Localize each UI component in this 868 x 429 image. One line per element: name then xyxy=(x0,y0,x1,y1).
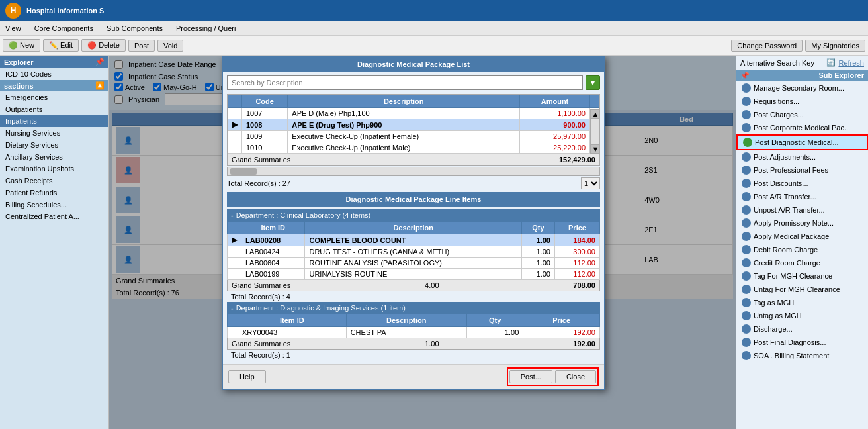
toolbar-edit-btn[interactable]: ✏️ Edit xyxy=(43,39,79,52)
dept2-grand-qty: 1.00 xyxy=(425,340,439,348)
right-item-adjustments[interactable]: Post Adjustments... xyxy=(736,150,868,164)
right-item-debit-room[interactable]: Debit Room Charge xyxy=(736,243,868,256)
sidebar-section-actions[interactable]: sactions 🔼 xyxy=(0,80,108,91)
item-price: 112.00 xyxy=(555,258,600,269)
sidebar-item-nursing[interactable]: Nursing Services xyxy=(0,127,108,139)
item-price: 112.00 xyxy=(555,269,600,280)
hscroll-bar[interactable] xyxy=(227,167,600,176)
right-item-corporate[interactable]: Post Corporate Medical Pac... xyxy=(736,121,868,134)
right-item-diagnostic[interactable]: Post Diagnostic Medical... xyxy=(736,134,868,150)
dept2-grand-label: Grand Summaries xyxy=(232,340,290,348)
sidebar-item-icd[interactable]: ICD-10 Codes xyxy=(0,68,108,80)
package-row[interactable]: ▶ 1008 APE E (Drug Test) Php900 900.00 xyxy=(228,119,599,131)
right-item-tag-mgh[interactable]: Tag For MGH Clearance xyxy=(736,269,868,283)
right-item-soa[interactable]: SOA . Billing Statement xyxy=(736,349,868,362)
vscroll-up[interactable]: ▲ xyxy=(591,109,600,119)
sidebar-item-emergencies[interactable]: Emergencies xyxy=(0,91,108,103)
package-row[interactable]: 1010 Executive Check-Up (Inpatient Male)… xyxy=(228,142,599,154)
dialog-btn-row: Help Post... Close xyxy=(223,364,604,389)
right-item-post-charges[interactable]: Post Charges... xyxy=(736,108,868,121)
search-button[interactable]: ▼ xyxy=(586,75,600,90)
collapse-dept1-btn[interactable]: - xyxy=(231,211,234,219)
package-row[interactable]: 1009 Executive Check-Up (Inpatient Femal… xyxy=(228,131,599,142)
sidebar-item-billing[interactable]: Billing Schedules... xyxy=(0,199,108,211)
item-id: XRY00043 xyxy=(238,327,347,338)
dept1-row[interactable]: LAB00199 URINALYSIS-ROUTINE 1.00 112.00 xyxy=(228,269,600,280)
right-item-discharge[interactable]: Discharge... xyxy=(736,322,868,336)
package-row[interactable]: 1007 APE D (Male) Php1,100 1,100.00 xyxy=(228,108,599,119)
right-item-label: Discharge... xyxy=(754,325,793,333)
search-input[interactable] xyxy=(227,75,583,90)
grand-summaries-row: Grand Summaries 152,429.00 xyxy=(227,154,600,166)
menu-processing[interactable]: Processing / Queri xyxy=(173,23,238,34)
right-item-label: Post Diagnostic Medical... xyxy=(755,138,839,146)
collapse-dept2-btn[interactable]: - xyxy=(231,304,234,312)
menu-sub[interactable]: Sub Components xyxy=(104,23,165,34)
sidebar-item-patient-refunds[interactable]: Patient Refunds xyxy=(0,187,108,199)
right-item-icon xyxy=(742,218,751,228)
menu-core[interactable]: Core Components xyxy=(32,23,96,34)
sidebar-item-examination[interactable]: Examination Upshots... xyxy=(0,163,108,175)
toolbar-signatories-btn[interactable]: My Signatories xyxy=(805,40,865,52)
sidebar-item-ancillary[interactable]: Ancillary Services xyxy=(0,151,108,163)
grand-label: Grand Summaries xyxy=(232,156,290,164)
right-item-label: Debit Room Charge xyxy=(754,246,818,254)
item-desc: CHEST PA xyxy=(346,327,466,338)
package-code: 1010 xyxy=(242,142,288,154)
right-item-tag-as-mgh[interactable]: Tag as MGH xyxy=(736,296,868,309)
toolbar-change-password-btn[interactable]: Change Password xyxy=(731,40,803,52)
col-desc: Description xyxy=(346,314,466,327)
right-item-unpost-ar[interactable]: Unpost A/R Transfer... xyxy=(736,203,868,216)
sidebar-item-dietary[interactable]: Dietary Services xyxy=(0,139,108,151)
close-button[interactable]: Close xyxy=(555,370,596,383)
right-item-label: SOA . Billing Statement xyxy=(754,352,829,359)
col-arrow xyxy=(228,314,238,327)
right-item-requisitions[interactable]: Requisitions... xyxy=(736,95,868,108)
page-select[interactable]: 1 xyxy=(581,177,600,189)
package-list-wrapper: Code Description Amount 10 xyxy=(227,94,600,154)
vscroll-bar[interactable]: ▲ ▼ xyxy=(590,109,599,154)
right-item-untag-mgh[interactable]: Untag For MGH Clearance xyxy=(736,283,868,296)
toolbar-delete-btn[interactable]: 🔴 Delete xyxy=(81,39,126,52)
right-item-manage-secondary[interactable]: Manage Secondary Room... xyxy=(736,81,868,95)
dept2-row[interactable]: XRY00043 CHEST PA 1.00 192.00 xyxy=(228,327,600,338)
vscroll-down[interactable]: ▼ xyxy=(591,144,600,154)
sidebar-item-inpatients[interactable]: Inpatients xyxy=(0,115,108,127)
toolbar-post-btn[interactable]: Post xyxy=(128,40,155,52)
dept1-grand-price: 708.00 xyxy=(573,281,595,289)
help-button[interactable]: Help xyxy=(228,370,266,383)
right-item-icon xyxy=(742,232,751,241)
item-qty: 1.00 xyxy=(521,269,554,280)
refresh-label[interactable]: Refresh xyxy=(838,59,864,67)
right-item-icon xyxy=(742,152,751,162)
right-item-post-final[interactable]: Post Final Diagnosis... xyxy=(736,336,868,349)
row-arrow xyxy=(228,108,242,119)
item-id: LAB00199 xyxy=(241,269,305,280)
package-list-scroll[interactable]: Code Description Amount 10 xyxy=(228,95,599,154)
sidebar-item-cash[interactable]: Cash Receipts xyxy=(0,175,108,187)
item-id: LAB00208 xyxy=(241,234,305,246)
right-item-label: Unpost A/R Transfer... xyxy=(754,206,825,214)
post-button[interactable]: Post... xyxy=(509,370,552,383)
right-item-promissory[interactable]: Apply Promissory Note... xyxy=(736,216,868,230)
pin-icon: 📌 xyxy=(740,72,750,80)
toolbar-new-btn[interactable]: 🟢 New xyxy=(3,39,40,52)
package-code: 1008 xyxy=(242,119,288,131)
collapse-icon: 🔼 xyxy=(95,81,105,90)
sidebar-item-outpatients[interactable]: Outpatients xyxy=(0,103,108,115)
right-item-discounts[interactable]: Post Discounts... xyxy=(736,177,868,190)
sidebar-item-centralized[interactable]: Centralized Patient A... xyxy=(0,211,108,222)
dept1-row[interactable]: ▶ LAB00208 COMPLETE BLOOD COUNT 1.00 184… xyxy=(228,234,600,246)
right-item-professional-fees[interactable]: Post Professional Fees xyxy=(736,164,868,177)
menu-view[interactable]: View xyxy=(3,23,24,34)
dept1-row[interactable]: LAB00424 DRUG TEST - OTHERS (CANNA & MET… xyxy=(228,246,600,258)
dept1-row[interactable]: LAB00604 ROUTINE ANALYSIS (PARASITOLOGY)… xyxy=(228,258,600,269)
right-item-untag-as-mgh[interactable]: Untag as MGH xyxy=(736,309,868,322)
right-item-credit-room[interactable]: Credit Room Charge xyxy=(736,256,868,269)
right-item-icon xyxy=(742,311,751,320)
dept1-table: Item ID Description Qty Price ▶ LAB00208… xyxy=(227,221,600,280)
right-item-medical-package[interactable]: Apply Medical Package xyxy=(736,230,868,243)
right-item-ar-transfer[interactable]: Post A/R Transfer... xyxy=(736,190,868,203)
refresh-icon[interactable]: 🔄 xyxy=(826,58,836,67)
toolbar-void-btn[interactable]: Void xyxy=(157,40,183,52)
